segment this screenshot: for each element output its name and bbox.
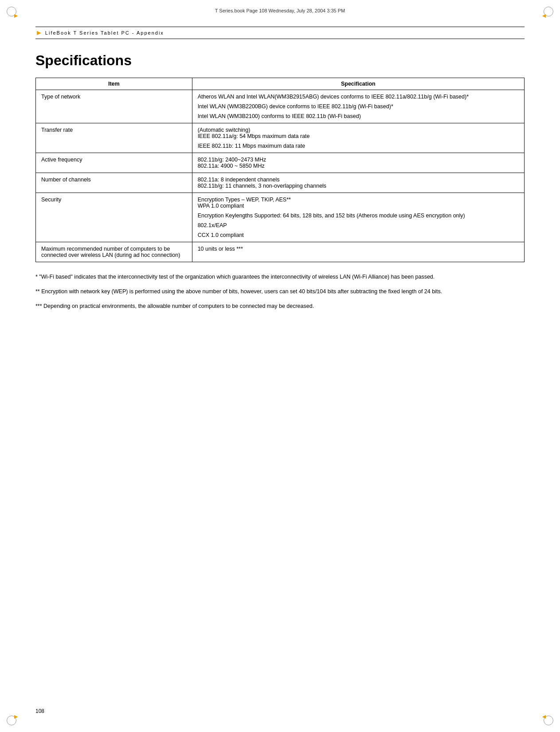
item-cell-5: Maximum recommended number of computers … [36, 242, 192, 262]
footnote-1: * "Wi-Fi based" indicates that the inter… [35, 273, 525, 281]
item-cell-1: Transfer rate [36, 123, 192, 153]
table-row: Transfer rate(Automatic switching)IEEE 8… [36, 123, 525, 153]
spec-paragraph: (Automatic switching)IEEE 802.11a/g: 54 … [198, 127, 519, 139]
spec-paragraph: 10 units or less *** [198, 246, 519, 252]
item-cell-0: Type of network [36, 90, 192, 123]
corner-mark-tl: ► [7, 7, 20, 20]
item-cell-3: Number of channels [36, 173, 192, 193]
spec-cell-5: 10 units or less *** [192, 242, 524, 262]
corner-mark-bl: ► [7, 712, 20, 725]
spec-paragraph: Intel WLAN (WM3B2100) conforms to IEEE 8… [198, 113, 519, 119]
table-row: Number of channels802.11a: 8 independent… [36, 173, 525, 193]
spec-cell-0: Atheros WLAN and Intel WLAN(WM3B2915ABG)… [192, 90, 524, 123]
footnote-3: *** Depending on practical environments,… [35, 302, 525, 311]
spec-paragraph: Encryption Keylengths Supported: 64 bits… [198, 213, 519, 219]
table-row: Active frequency802.11b/g: 2400~2473 MHz… [36, 153, 525, 173]
spec-cell-3: 802.11a: 8 independent channels802.11b/g… [192, 173, 524, 193]
header-arrow-icon: ► [35, 29, 43, 37]
item-cell-2: Active frequency [36, 153, 192, 173]
footnotes-section: * "Wi-Fi based" indicates that the inter… [35, 273, 525, 310]
table-row: Type of networkAtheros WLAN and Intel WL… [36, 90, 525, 123]
spec-cell-1: (Automatic switching)IEEE 802.11a/g: 54 … [192, 123, 524, 153]
corner-mark-tr: ◄ [540, 7, 553, 20]
spec-paragraph: CCX 1.0 compliant [198, 232, 519, 238]
spec-paragraph: IEEE 802.11b: 11 Mbps maximum data rate [198, 143, 519, 149]
specifications-table: Item Specification Type of networkAthero… [35, 78, 525, 262]
table-row: SecurityEncryption Types – WEP, TKIP, AE… [36, 193, 525, 242]
table-row: Maximum recommended number of computers … [36, 242, 525, 262]
page-number: 108 [35, 708, 44, 714]
header-bar: ► LifeBook T Series Tablet PC - Appendix [35, 27, 525, 39]
spec-paragraph: Intel WLAN (WM3B2200BG) device conforms … [198, 103, 519, 110]
col-header-spec: Specification [192, 78, 524, 90]
spec-paragraph: 802.11a: 8 independent channels802.11b/g… [198, 177, 519, 189]
spec-cell-4: Encryption Types – WEP, TKIP, AES**WPA 1… [192, 193, 524, 242]
spec-paragraph: Atheros WLAN and Intel WLAN(WM3B2915ABG)… [198, 94, 519, 100]
spec-paragraph: 802.1x/EAP [198, 222, 519, 228]
footnote-2: ** Encryption with network key (WEP) is … [35, 287, 525, 296]
page-title: Specifications [35, 52, 525, 69]
header-timestamp: T Series.book Page 108 Wednesday, July 2… [215, 8, 345, 13]
spec-cell-2: 802.11b/g: 2400~2473 MHz802.11a: 4900 ~ … [192, 153, 524, 173]
item-cell-4: Security [36, 193, 192, 242]
corner-mark-br: ◄ [540, 712, 553, 725]
spec-paragraph: Encryption Types – WEP, TKIP, AES**WPA 1… [198, 197, 519, 209]
spec-paragraph: 802.11b/g: 2400~2473 MHz802.11a: 4900 ~ … [198, 157, 519, 169]
col-header-item: Item [36, 78, 192, 90]
page-container: ► ◄ ► ◄ T Series.book Page 108 Wednesday… [0, 0, 560, 732]
breadcrumb: LifeBook T Series Tablet PC - Appendix [45, 30, 164, 35]
